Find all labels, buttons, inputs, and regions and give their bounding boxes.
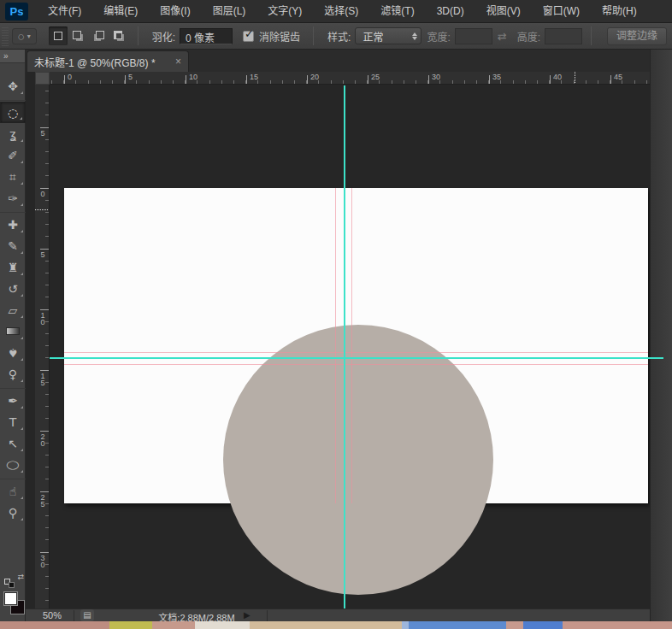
add-selection-icon <box>73 31 81 39</box>
pen-tool[interactable]: ✒ <box>0 390 26 411</box>
intersect-selection-button[interactable] <box>110 26 129 45</box>
tool-panel: » ✥ ◌ ʓ ✐ ⌗ ✑ ✚ ✎ ♜ ↺ ▱ ♠ ♀ ✒ T ↖ ◯ ☝ ⚲ <box>0 50 26 621</box>
eraser-icon: ▱ <box>9 304 18 316</box>
path-selection-tool[interactable]: ↖ <box>0 432 26 454</box>
ruler-label: 40 <box>553 73 562 81</box>
divider <box>0 385 26 389</box>
menu-type[interactable]: 文字(Y) <box>256 0 313 23</box>
blur-drop-icon: ♠ <box>8 347 19 359</box>
panel-edge-strip <box>650 50 672 621</box>
gradient-icon <box>6 327 20 335</box>
menu-edit[interactable]: 编辑(E) <box>92 0 149 23</box>
foreground-color-swatch[interactable] <box>3 591 18 606</box>
brush-icon: ✎ <box>8 240 18 252</box>
cursor-position-marker <box>575 72 575 85</box>
smart-guide-vertical <box>335 188 336 503</box>
smart-guide-horizontal <box>64 352 648 353</box>
blur-tool[interactable]: ♠ <box>0 342 26 363</box>
lasso-tool[interactable]: ʓ <box>0 123 26 144</box>
new-selection-icon <box>54 32 62 40</box>
quick-selection-icon: ✐ <box>8 150 18 162</box>
panel-gripper[interactable] <box>2 26 9 46</box>
lasso-icon: ʓ <box>9 128 16 140</box>
menu-window[interactable]: 窗口(W) <box>532 0 591 23</box>
check-icon: ✓ <box>245 27 254 40</box>
menu-help[interactable]: 帮助(H) <box>591 0 648 23</box>
elliptical-marquee-tool[interactable]: ◌ <box>0 102 26 123</box>
intersect-selection-icon <box>114 31 122 39</box>
divider <box>591 26 592 45</box>
menu-3d[interactable]: 3D(D) <box>426 0 475 23</box>
new-selection-button[interactable] <box>49 26 68 45</box>
clone-stamp-tool[interactable]: ♜ <box>0 256 26 278</box>
healing-brush-icon: ✚ <box>8 219 18 231</box>
ruler-label: 15 <box>250 73 258 81</box>
smart-guide-horizontal <box>64 364 648 365</box>
hand-tool[interactable]: ☝ <box>0 480 26 502</box>
ruler-origin-box[interactable] <box>35 72 50 85</box>
ellipse-shape-tool[interactable]: ◯ <box>0 454 26 475</box>
document-tab[interactable]: 未标题-1 @ 50%(RGB/8) * × <box>27 50 189 72</box>
eyedropper-tool[interactable]: ✑ <box>0 187 26 209</box>
add-to-selection-button[interactable] <box>69 26 88 45</box>
tool-list: ✥ ◌ ʓ ✐ ⌗ ✑ ✚ ✎ ♜ ↺ ▱ ♠ ♀ ✒ T ↖ ◯ ☝ ⚲ <box>0 75 26 523</box>
hand-icon: ☝ <box>9 485 17 497</box>
swap-arrows-icon: ⇄ <box>17 573 24 581</box>
document-status-icon[interactable]: ▤ <box>80 609 94 621</box>
ruler-label: 45 <box>614 73 622 81</box>
status-expand-arrow[interactable]: ▶ <box>244 610 251 620</box>
document-canvas[interactable] <box>64 188 648 503</box>
zoom-level-field[interactable]: 50% <box>43 610 62 620</box>
close-icon[interactable]: × <box>168 56 181 68</box>
quick-selection-tool[interactable]: ✐ <box>0 144 26 166</box>
antialias-checkbox[interactable]: ✓ <box>243 31 254 42</box>
swap-colors-button[interactable]: ⇄ <box>0 573 26 588</box>
cursor-position-marker <box>35 209 50 210</box>
menu-view[interactable]: 视图(V) <box>475 0 532 23</box>
zoom-tool[interactable]: ⚲ <box>0 502 26 523</box>
divider <box>138 26 139 45</box>
style-label: 样式: <box>327 29 351 44</box>
spot-healing-brush-tool[interactable]: ✚ <box>0 214 26 235</box>
brush-tool[interactable]: ✎ <box>0 235 26 256</box>
canvas-viewport[interactable] <box>50 85 650 608</box>
move-tool[interactable]: ✥ <box>0 75 26 97</box>
feather-label: 羽化: <box>152 29 175 44</box>
menu-filter[interactable]: 滤镜(T) <box>369 0 425 23</box>
divider <box>0 97 26 101</box>
ruler-label: 5 <box>128 73 133 81</box>
ellipse-shape-icon: ◯ <box>6 461 20 469</box>
ruler-label: 0 <box>68 73 72 81</box>
guide-vertical[interactable] <box>344 85 345 608</box>
document-tab-bar: 未标题-1 @ 50%(RGB/8) * × <box>26 50 650 72</box>
collapse-panel-button[interactable]: » <box>0 50 25 63</box>
feather-input[interactable]: 0 像素 <box>180 28 233 44</box>
menu-image[interactable]: 图像(I) <box>149 0 201 23</box>
menu-select[interactable]: 选择(S) <box>313 0 369 23</box>
ruler-ticks <box>64 75 650 84</box>
dodge-tool[interactable]: ♀ <box>0 363 26 385</box>
horizontal-ruler[interactable]: 0 5 10 15 20 25 30 35 40 45 <box>50 72 650 85</box>
divider <box>0 209 26 213</box>
antialias-label: 消除锯齿 <box>259 29 300 44</box>
guide-horizontal[interactable] <box>50 357 663 359</box>
menu-layer[interactable]: 图层(L) <box>202 0 257 23</box>
mini-background-swatch <box>9 582 15 588</box>
crop-tool[interactable]: ⌗ <box>0 166 26 187</box>
divider <box>0 475 26 479</box>
ruler-label: 25 <box>38 493 47 507</box>
gradient-tool[interactable] <box>0 320 26 342</box>
history-brush-icon: ↺ <box>8 283 18 295</box>
type-tool[interactable]: T <box>0 411 26 432</box>
subtract-from-selection-button[interactable] <box>90 26 109 45</box>
vertical-ruler[interactable]: 5 0 5 10 15 20 25 30 <box>35 85 50 608</box>
ellipse-marquee-icon: ◌ <box>18 31 25 42</box>
tool-preset-button[interactable]: ◌ ▾ <box>12 28 37 44</box>
menu-file[interactable]: 文件(F) <box>37 0 92 23</box>
style-dropdown[interactable]: 正常 <box>355 27 421 44</box>
move-icon: ✥ <box>8 80 18 92</box>
eraser-tool[interactable]: ▱ <box>0 299 26 320</box>
history-brush-tool[interactable]: ↺ <box>0 278 26 299</box>
divider <box>74 610 74 621</box>
ruler-label: 5 <box>38 129 47 136</box>
